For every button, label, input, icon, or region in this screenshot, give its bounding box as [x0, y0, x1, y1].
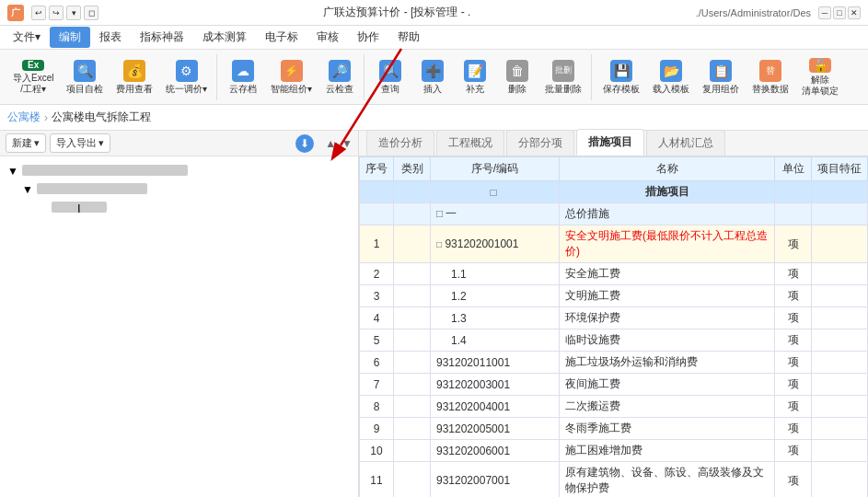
redo-button[interactable]: ↪	[49, 6, 64, 20]
import-export-arrow-icon: ▾	[98, 137, 104, 149]
fee-view-button[interactable]: 💰 费用查看	[110, 56, 158, 98]
cell-unit: 项	[775, 418, 812, 440]
insert-button[interactable]: ➕ 插入	[412, 56, 453, 98]
app-logo: 广	[7, 5, 24, 21]
menu-collaborate[interactable]: 协作	[348, 27, 388, 48]
unified-adjust-label: 统一调价▾	[166, 84, 207, 95]
table-row[interactable]: 9 931202005001 冬雨季施工费 项	[360, 418, 868, 440]
tree-item-root[interactable]: ▼ ████████████████████	[2, 162, 356, 180]
scroll-down-button[interactable]: ⬇	[295, 134, 314, 153]
right-panel: 造价分析 工程概况 分部分项 措施项目 人材机汇总 序号 类别 序号/编码 名称…	[359, 131, 868, 497]
copy-group-icon: 📋	[710, 60, 732, 82]
cell-feature	[812, 225, 868, 263]
table-row[interactable]: 7 931202003001 夜间施工费 项	[360, 374, 868, 396]
replace-data-button[interactable]: 替 替换数据	[746, 56, 794, 98]
fill-label: 补充	[466, 84, 484, 95]
unlock-button[interactable]: 🔓 解除清单锁定	[796, 56, 844, 98]
cell-type	[394, 203, 431, 225]
cell-feature	[812, 263, 868, 285]
table-row[interactable]: 1 □ 931202001001 安全文明施工费(最低限价不计入工程总造价) 项	[360, 225, 868, 263]
minimize-button[interactable]: ─	[818, 6, 831, 19]
tab-measures[interactable]: 措施项目	[576, 129, 644, 156]
cell-name: 二次搬运费	[560, 396, 775, 418]
project-check-button[interactable]: 🔍 项目自检	[61, 56, 109, 98]
window-controls[interactable]: ─ □ ✕	[818, 6, 861, 19]
tab-cost-analysis[interactable]: 造价分析	[366, 130, 434, 156]
cell-feature	[812, 285, 868, 307]
table-row[interactable]: 8 931202004001 二次搬运费 项	[360, 396, 868, 418]
fee-view-label: 费用查看	[116, 84, 153, 95]
load-template-label: 载入模板	[653, 84, 689, 95]
title-controls[interactable]: ↩ ↪ ▾ ◻	[31, 6, 98, 20]
table-row[interactable]: 4 1.3 环境保护费 项	[360, 307, 868, 329]
main-layout: 新建 ▾ 导入导出 ▾ ⬇ ▲ ▼ ▼ ████████████████████	[0, 131, 868, 497]
tab-resources[interactable]: 人材机汇总	[646, 130, 725, 156]
cell-type	[394, 440, 431, 462]
cell-unit: 项	[775, 462, 812, 498]
query-button[interactable]: 🔍 查询	[370, 56, 411, 98]
table-row[interactable]: 5 1.4 临时设施费 项	[360, 329, 868, 352]
undo-button[interactable]: ↩	[31, 6, 46, 20]
cell-code: 931202006001	[431, 440, 560, 462]
copy-group-button[interactable]: 📋 复用组价	[697, 56, 745, 98]
tab-project-overview[interactable]: 工程概况	[436, 130, 504, 156]
delete-button[interactable]: 🗑 删除	[497, 56, 538, 98]
new-button[interactable]: 新建 ▾	[6, 133, 46, 153]
menu-help[interactable]: 帮助	[388, 27, 429, 48]
tool-group-edit: 🔍 查询 ➕ 插入 📝 补充 🗑 删除 批删 批量删除	[366, 54, 592, 100]
batch-delete-button[interactable]: 批删 批量删除	[539, 56, 587, 98]
cell-seq: 1	[360, 225, 394, 263]
import-export-button[interactable]: 导入导出 ▾	[50, 133, 110, 153]
cell-seq: 7	[360, 374, 394, 396]
table-row[interactable]: 2 1.1 安全施工费 项	[360, 263, 868, 285]
cell-name: 文明施工费	[560, 285, 775, 307]
maximize-button[interactable]: □	[833, 6, 846, 19]
restore-button[interactable]: ◻	[84, 6, 98, 20]
cell-unit: 项	[775, 329, 812, 352]
menu-review[interactable]: 审核	[307, 27, 348, 48]
menu-electronic[interactable]: 电子标	[256, 27, 307, 48]
table-row[interactable]: 10 931202006001 施工困难增加费 项	[360, 440, 868, 462]
unified-adjust-button[interactable]: ⚙ 统一调价▾	[160, 56, 213, 98]
tree-item-label-blurred2: ████████████	[37, 183, 147, 196]
cell-seq: 3	[360, 285, 394, 307]
fill-icon: 📝	[464, 60, 486, 82]
save-template-button[interactable]: 💾 保存模板	[597, 56, 645, 98]
col-header-type: 类别	[394, 157, 431, 181]
cell-type	[394, 396, 431, 418]
adjust-icon: ⚙	[176, 60, 198, 82]
cell-feature	[812, 352, 868, 374]
close-button[interactable]: ✕	[848, 6, 861, 19]
nav-down-icon[interactable]: ▼	[341, 137, 353, 150]
fill-button[interactable]: 📝 补充	[455, 56, 495, 98]
tab-parts[interactable]: 分部分项	[506, 130, 574, 156]
cell-code: 931202003001	[431, 374, 560, 396]
table-row[interactable]: 11 931202007001 原有建筑物、设备、陈设、高级装修及文物保护费 项	[360, 462, 868, 498]
menu-file[interactable]: 文件▾	[4, 27, 50, 48]
import-excel-button[interactable]: Ex 导入Excel/工程▾	[7, 56, 59, 98]
table-row[interactable]: 6 931202011001 施工垃圾场外运输和消纳费 项	[360, 352, 868, 374]
load-template-button[interactable]: 📂 载入模板	[647, 56, 695, 98]
cloud-save-button[interactable]: ☁ 云存档	[223, 56, 263, 98]
menu-edit[interactable]: 编制	[50, 27, 90, 48]
nav-up-icon[interactable]: ▲	[325, 137, 336, 150]
cell-code: 931202004001	[431, 396, 560, 418]
smart-price-label: 智能组价▾	[271, 84, 312, 95]
menu-report[interactable]: 报表	[90, 27, 131, 48]
breadcrumb-project[interactable]: 公寓楼	[7, 110, 41, 125]
menu-indicator[interactable]: 指标神器	[131, 27, 193, 48]
tree-item-grandchild[interactable]: I ██████	[31, 199, 356, 217]
cell-unit: 项	[775, 285, 812, 307]
cloud-check-button[interactable]: 🔎 云检查	[319, 56, 360, 98]
cell-type	[394, 307, 431, 329]
tree-toggle-expand2: ▼	[22, 183, 33, 196]
delete-icon: 🗑	[506, 60, 528, 82]
cell-type	[394, 181, 431, 203]
menu-cost[interactable]: 成本测算	[193, 27, 256, 48]
smart-price-button[interactable]: ⚡ 智能组价▾	[265, 56, 318, 98]
left-tree: ▼ ████████████████████ ▼ ████████████ I …	[0, 156, 358, 497]
tree-item-child1[interactable]: ▼ ████████████	[17, 180, 356, 199]
table-row[interactable]: 3 1.2 文明施工费 项	[360, 285, 868, 307]
more-button[interactable]: ▾	[66, 6, 81, 20]
cell-seq: 6	[360, 352, 394, 374]
